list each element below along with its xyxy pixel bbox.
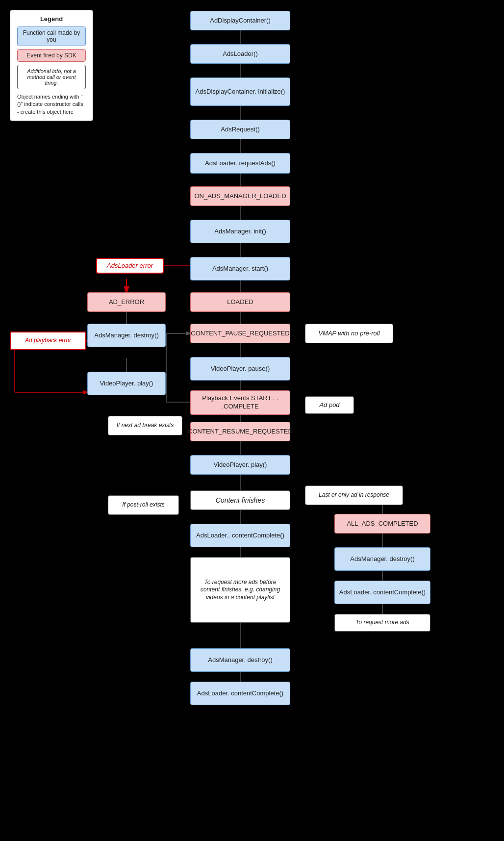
legend-box: Legend Function call made by you Event f… (10, 10, 93, 121)
node-lastOrOnly: Last or only ad in response (305, 485, 403, 505)
node-allAdsCompleted: ALL_ADS_COMPLETED (334, 514, 430, 534)
legend-title: Legend (17, 15, 86, 23)
node-adsLoader: AdsLoader() (190, 44, 290, 64)
node-adsRequest: AdsRequest() (190, 120, 290, 139)
node-adsLoaderContentComplete1: AdsLoader.. contentComplete() (190, 524, 290, 547)
node-toRequestMoreAds: To request more ads (334, 614, 430, 632)
node-adsLoaderRequestAds: AdsLoader. requestAds() (190, 153, 290, 174)
node-adPod: Ad pod (305, 396, 354, 414)
node-adsLoaderContentComplete3: AdsLoader. contentComplete() (190, 682, 290, 705)
node-contentPauseRequested: CONTENT_PAUSE_REQUESTED (190, 324, 290, 343)
node-contentResumeRequested: CONTENT_RESUME_REQUESTED (190, 422, 290, 441)
node-playbackEvents: Playback Events START . . .COMPLETE (190, 390, 290, 415)
legend-note: Object names ending with "()" indicate c… (17, 93, 86, 116)
node-adError: AD_ERROR (87, 292, 166, 312)
node-adsLoaderError: AdsLoader error (96, 258, 164, 274)
legend-function-call: Function call made by you (17, 26, 86, 46)
node-adDisplayContainer: AdDisplayContainer() (190, 11, 290, 30)
node-adsManagerDestroy1: AdsManager. destroy() (87, 324, 166, 347)
diagram-container: Legend Function call made by you Event f… (0, 0, 504, 841)
node-videoPlayerPause: VideoPlayer. pause() (190, 357, 290, 381)
node-adsManagerDestroy3: AdsManager. destroy() (190, 648, 290, 672)
legend-event-fired: Event fired by SDK (17, 49, 86, 62)
node-ifNextAdBreak: If next ad break exists (108, 416, 182, 435)
node-adsManagerInit: AdsManager. init() (190, 220, 290, 243)
node-contentFinishes: Content finishes (190, 490, 290, 510)
node-adPlaybackError: Ad playback error (10, 331, 86, 350)
legend-additional-info: Additional info, not a method call or ev… (17, 65, 86, 89)
node-adsManagerStart: AdsManager. start() (190, 257, 290, 280)
node-videoPlayerPlay2: VideoPlayer. play() (190, 455, 290, 475)
node-onAdsManagerLoaded: ON_ADS_MANAGER_LOADED (190, 186, 290, 206)
node-videoPlayerPlay1: VideoPlayer. play() (87, 372, 166, 395)
node-toRequestMoreAdsNote: To request more ads before content finis… (190, 557, 290, 623)
node-adsLoaderContentComplete2: AdsLoader. contentComplete() (334, 581, 430, 604)
node-adsManagerDestroy2: AdsManager. destroy() (334, 547, 430, 571)
node-ifPostRoll: If post-roll exists (108, 495, 179, 515)
node-vmapNoPre: VMAP with no pre-roll (305, 324, 393, 343)
node-adsDisplayContainerInit: AdsDisplayContainer. initialize() (190, 77, 290, 106)
node-loaded: LOADED (190, 292, 290, 312)
